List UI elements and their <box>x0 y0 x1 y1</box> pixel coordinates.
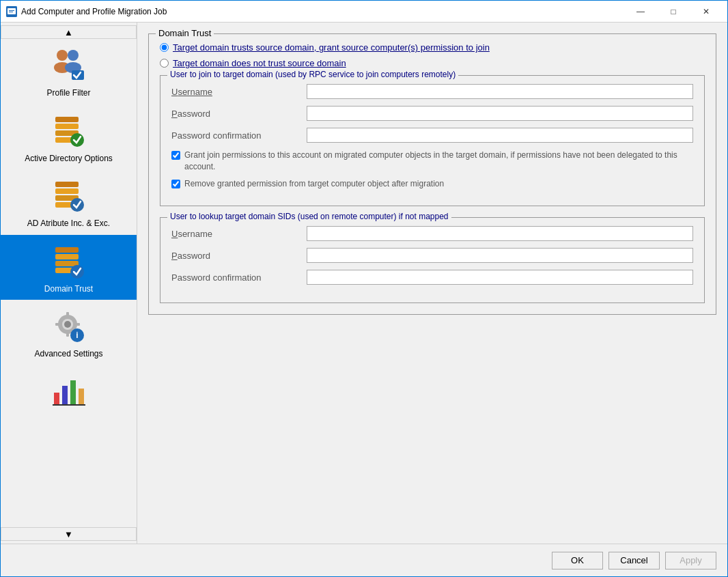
svg-rect-17 <box>55 182 79 187</box>
lookup-password-row: Password <box>171 248 693 263</box>
footer: OK Cancel Apply <box>1 544 727 576</box>
domain-trust-group: Domain Trust Target domain trusts source… <box>148 33 716 315</box>
lookup-subgroup-title: User to lookup target domain SIDs (used … <box>167 212 451 221</box>
svg-rect-12 <box>55 117 79 122</box>
svg-rect-27 <box>66 312 69 316</box>
svg-rect-2 <box>9 10 14 11</box>
sidebar-item-schedule[interactable] <box>1 365 137 420</box>
svg-point-4 <box>57 50 68 61</box>
lookup-username-row: Username <box>171 226 693 241</box>
svg-point-18 <box>70 198 84 212</box>
scroll-up-button[interactable]: ▲ <box>1 25 137 39</box>
join-password-confirm-row: Password confirmation <box>171 128 693 143</box>
svg-point-13 <box>70 133 84 147</box>
grant-join-checkbox[interactable] <box>171 151 180 160</box>
sidebar-item-advanced-settings[interactable]: i Advanced Settings <box>1 300 137 365</box>
sidebar-scroll: Profile Filter <box>1 39 137 527</box>
advanced-settings-icon: i <box>50 307 88 345</box>
scroll-down-button[interactable]: ▼ <box>1 527 137 541</box>
lookup-password-confirm-input[interactable] <box>307 270 693 285</box>
join-password-confirm-input[interactable] <box>307 128 693 143</box>
sidebar-item-advanced-settings-label: Advanced Settings <box>34 349 102 360</box>
radio-option-1: Target domain trusts source domain, gran… <box>160 42 705 53</box>
schedule-icon-area <box>48 371 89 412</box>
cancel-button[interactable]: Cancel <box>608 552 660 569</box>
svg-rect-28 <box>66 333 69 337</box>
ad-attribute-icon-area <box>48 175 89 216</box>
minimize-button[interactable]: — <box>625 1 656 22</box>
app-icon <box>6 6 17 17</box>
svg-rect-29 <box>55 323 59 326</box>
schedule-icon <box>50 372 88 410</box>
app-window: Add Computer and Profile Migration Job —… <box>0 0 728 577</box>
sidebar-item-profile-filter-label: Profile Filter <box>46 88 90 99</box>
join-username-input[interactable] <box>307 84 693 99</box>
svg-rect-36 <box>79 389 84 405</box>
grant-join-label[interactable]: Grant join permissions to this account o… <box>184 150 693 173</box>
remove-permission-checkbox-row: Remove granted permission from target co… <box>171 178 693 190</box>
maximize-button[interactable]: □ <box>658 1 689 22</box>
apply-button[interactable]: Apply <box>665 552 716 569</box>
window-title: Add Computer and Profile Migration Job <box>21 7 625 16</box>
sidebar: ▲ <box>1 23 137 544</box>
titlebar: Add Computer and Profile Migration Job —… <box>1 1 727 23</box>
svg-rect-22 <box>55 247 79 253</box>
svg-rect-16 <box>55 188 79 194</box>
sidebar-item-ad-attribute[interactable]: AD Atribute Inc. & Exc. <box>1 169 137 235</box>
join-password-row: Password <box>171 106 693 121</box>
join-password-input[interactable] <box>307 106 693 121</box>
svg-rect-30 <box>76 323 80 326</box>
ad-options-icon <box>50 111 88 150</box>
svg-rect-1 <box>8 8 16 14</box>
grant-join-checkbox-row: Grant join permissions to this account o… <box>171 150 693 173</box>
join-username-text: sername <box>178 87 212 97</box>
svg-point-23 <box>70 265 84 279</box>
svg-rect-34 <box>62 386 68 405</box>
lookup-password-input[interactable] <box>307 248 693 263</box>
svg-rect-3 <box>9 12 13 12</box>
domain-trust-icon <box>50 242 88 280</box>
sidebar-item-profile-filter[interactable]: Profile Filter <box>1 39 137 104</box>
radio-trust-yes[interactable] <box>160 43 169 52</box>
svg-point-26 <box>64 321 71 328</box>
svg-rect-11 <box>55 124 79 129</box>
content-area: ▲ <box>1 23 727 544</box>
ad-options-icon-area <box>48 110 89 151</box>
svg-point-5 <box>68 50 79 61</box>
svg-text:i: i <box>76 330 78 340</box>
svg-rect-35 <box>70 380 76 405</box>
svg-rect-21 <box>55 254 79 259</box>
domain-trust-group-title: Domain Trust <box>156 28 214 38</box>
remove-permission-checkbox[interactable] <box>171 180 180 188</box>
join-subgroup-title: User to join to target domain (used by R… <box>167 70 458 79</box>
username-underline: U <box>171 87 178 97</box>
remove-permission-label[interactable]: Remove granted permission from target co… <box>184 178 444 190</box>
lookup-subgroup: User to lookup target domain SIDs (used … <box>160 217 705 303</box>
svg-rect-33 <box>54 393 59 405</box>
radio-trust-no[interactable] <box>160 59 169 68</box>
join-subgroup: User to join to target domain (used by R… <box>160 75 705 206</box>
lookup-password-confirm-row: Password confirmation <box>171 270 693 285</box>
radio-trust-no-label[interactable]: Target domain does not trust source doma… <box>173 58 346 68</box>
close-button[interactable]: ✕ <box>690 1 722 22</box>
ad-attribute-icon <box>50 176 88 214</box>
ok-button[interactable]: OK <box>552 552 603 569</box>
join-username-label: Username <box>171 87 301 97</box>
radio-trust-yes-label[interactable]: Target domain trusts source domain, gran… <box>173 42 490 53</box>
domain-trust-icon-area <box>48 240 89 281</box>
sidebar-item-domain-trust[interactable]: Domain Trust <box>1 235 137 300</box>
lookup-password-confirm-label: Password confirmation <box>171 272 301 283</box>
titlebar-buttons: — □ ✕ <box>625 1 722 22</box>
join-password-confirm-label: Password confirmation <box>171 130 301 141</box>
join-username-row: Username <box>171 84 693 99</box>
sidebar-item-ad-attribute-label: AD Atribute Inc. & Exc. <box>27 219 110 229</box>
lookup-username-input[interactable] <box>307 226 693 241</box>
profile-filter-icon-area <box>48 44 89 85</box>
join-password-label: Password <box>171 109 301 119</box>
lookup-username-label: Username <box>171 229 301 239</box>
lookup-password-label: Password <box>171 251 301 261</box>
sidebar-item-domain-trust-label: Domain Trust <box>44 284 93 295</box>
profile-filter-icon <box>50 46 88 84</box>
sidebar-item-ad-options-label: Active Directory Options <box>25 154 113 165</box>
sidebar-item-ad-options[interactable]: Active Directory Options <box>1 104 137 170</box>
